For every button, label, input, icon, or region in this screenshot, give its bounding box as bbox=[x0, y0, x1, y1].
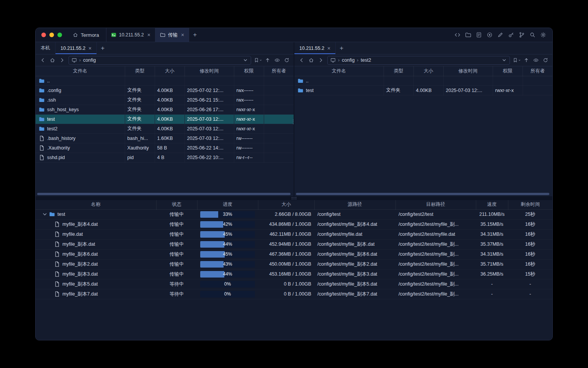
left-breadcrumb[interactable]: › config bbox=[69, 56, 251, 65]
key-button[interactable] bbox=[506, 30, 516, 39]
transfer-row[interactable]: myfile_副本2.dat传输中43%450.00MB / 1.00GB/co… bbox=[36, 259, 552, 269]
show-hidden-button[interactable] bbox=[272, 56, 282, 65]
folder-button[interactable] bbox=[464, 30, 473, 39]
file-size-cell: 4 B bbox=[155, 153, 185, 162]
chevron-down-icon[interactable] bbox=[243, 58, 248, 63]
file-row[interactable]: .ssh文件夹4.00KB2025-06-21 15:...rwx------ bbox=[36, 95, 294, 105]
titlebar-tab-host[interactable]: 10.211.55.2 × bbox=[106, 28, 155, 42]
breadcrumb-segment[interactable]: config bbox=[342, 58, 354, 63]
key-icon bbox=[508, 32, 514, 38]
col-eta[interactable]: 剩余时间 bbox=[508, 200, 552, 209]
log-button[interactable] bbox=[474, 30, 483, 39]
col-speed[interactable]: 速度 bbox=[476, 200, 508, 209]
transfer-icon bbox=[160, 32, 165, 38]
col-owner[interactable]: 所有者 bbox=[523, 66, 552, 76]
transfer-progress-cell: 0% bbox=[197, 279, 258, 289]
file-row[interactable]: test文件夹4.00KB2025-07-03 12:...rwxr-xr-x bbox=[294, 85, 552, 95]
col-mtime[interactable]: 修改时间 bbox=[443, 66, 493, 76]
left-new-tab-button[interactable]: + bbox=[97, 42, 108, 54]
tab-remote-host[interactable]: 10.211.55.2 × bbox=[56, 42, 97, 54]
home-button[interactable] bbox=[47, 56, 57, 65]
col-type[interactable]: 类型 bbox=[384, 66, 413, 76]
col-size[interactable]: 大小 bbox=[413, 66, 443, 76]
col-filename[interactable]: 文件名 bbox=[36, 66, 125, 76]
app-home-button[interactable]: Termora bbox=[69, 28, 106, 42]
upload-button[interactable] bbox=[521, 56, 531, 65]
forward-button[interactable] bbox=[57, 56, 67, 65]
bookmark-button[interactable] bbox=[253, 56, 263, 65]
file-row[interactable]: ssh_host_keys文件夹4.00KB2025-06-26 17:...r… bbox=[36, 105, 294, 114]
col-source-path[interactable]: 源路径 bbox=[314, 200, 395, 209]
chevron-down-icon[interactable] bbox=[42, 211, 48, 217]
file-row[interactable]: .config文件夹4.00KB2025-07-02 12:...rwx----… bbox=[36, 85, 294, 95]
file-row[interactable]: sshd.pidpid4 B2025-06-22 10:...rw-r--r-- bbox=[36, 153, 294, 162]
horizontal-splitter[interactable] bbox=[36, 196, 552, 200]
transfer-source-cell: /config/test/myfile_副本5.dat bbox=[314, 279, 395, 289]
titlebar-tab-transfer[interactable]: 传输 × bbox=[155, 28, 189, 42]
bookmark-button[interactable] bbox=[512, 56, 521, 65]
file-row[interactable]: .bash_historybash_hi...1.60KB2025-07-03 … bbox=[36, 133, 294, 143]
left-horizontal-scrollbar[interactable] bbox=[37, 193, 291, 195]
transfer-row[interactable]: myfile_副本6.dat传输中45%467.36MB / 1.00GB/co… bbox=[36, 249, 552, 259]
breadcrumb-segment[interactable]: config bbox=[83, 58, 96, 63]
breadcrumb-segment[interactable]: test2 bbox=[361, 58, 371, 63]
zoom-window-button[interactable] bbox=[57, 33, 62, 37]
transfer-row[interactable]: myfile_副本.dat传输中44%452.94MB / 1.00GB/con… bbox=[36, 239, 552, 249]
record-button[interactable] bbox=[485, 30, 494, 39]
edit-button[interactable] bbox=[496, 30, 505, 39]
search-button[interactable] bbox=[528, 30, 537, 39]
transfer-row[interactable]: myfile.dat传输中45%462.11MB / 1.00GB/config… bbox=[36, 229, 552, 239]
close-icon[interactable]: × bbox=[88, 46, 91, 51]
close-window-button[interactable] bbox=[41, 33, 46, 37]
file-row[interactable]: .XauthorityXauthority58 B2025-06-22 14:.… bbox=[36, 143, 294, 153]
close-icon[interactable]: × bbox=[327, 46, 330, 51]
file-row[interactable]: test文件夹4.00KB2025-07-03 12:...rwxr-xr-x bbox=[36, 114, 294, 124]
minimize-window-button[interactable] bbox=[49, 33, 54, 37]
right-new-tab-button[interactable]: + bbox=[336, 42, 347, 54]
branch-button[interactable] bbox=[517, 30, 526, 39]
upload-button[interactable] bbox=[263, 56, 272, 65]
back-button[interactable] bbox=[38, 56, 47, 65]
tab-remote-host[interactable]: 10.211.55.2 × bbox=[294, 42, 336, 54]
code-button[interactable] bbox=[453, 30, 462, 39]
transfer-source-cell: /config/test bbox=[314, 209, 395, 219]
file-row[interactable]: .. bbox=[36, 76, 294, 85]
transfer-row[interactable]: test传输中33%2.66GB / 8.00GB/config/test/co… bbox=[36, 209, 552, 219]
home-button[interactable] bbox=[306, 56, 316, 65]
refresh-button[interactable] bbox=[541, 56, 550, 65]
new-titlebar-tab-button[interactable]: + bbox=[189, 28, 201, 42]
file-row[interactable]: test2文件夹4.00KB2025-07-03 12:...rwxr-xr-x bbox=[36, 124, 294, 133]
chevron-down-icon[interactable] bbox=[501, 58, 507, 63]
close-icon[interactable]: × bbox=[181, 32, 184, 38]
col-type[interactable]: 类型 bbox=[125, 66, 155, 76]
transfer-progress-cell: 45% bbox=[197, 249, 258, 259]
col-perm[interactable]: 权限 bbox=[493, 66, 523, 76]
settings-button[interactable] bbox=[539, 30, 548, 39]
tab-label: 传输 bbox=[168, 32, 178, 38]
right-breadcrumb[interactable]: › config › test2 bbox=[327, 56, 510, 65]
close-icon[interactable]: × bbox=[147, 32, 150, 38]
col-owner[interactable]: 所有者 bbox=[264, 66, 294, 76]
file-icon bbox=[54, 251, 60, 257]
right-horizontal-scrollbar[interactable] bbox=[296, 193, 549, 195]
back-button[interactable] bbox=[297, 56, 306, 65]
transfer-row[interactable]: myfile_副本5.dat等待中0%0 B / 1.00GB/config/t… bbox=[36, 279, 552, 289]
col-perm[interactable]: 权限 bbox=[234, 66, 264, 76]
transfer-row[interactable]: myfile_副本3.dat传输中44%453.16MB / 1.00GB/co… bbox=[36, 269, 552, 279]
col-progress[interactable]: 进度 bbox=[197, 200, 258, 209]
col-mtime[interactable]: 修改时间 bbox=[185, 66, 234, 76]
show-hidden-button[interactable] bbox=[531, 56, 541, 65]
transfer-eta-cell: 16秒 bbox=[508, 229, 552, 239]
col-target-path[interactable]: 目标路径 bbox=[395, 200, 476, 209]
file-row[interactable]: .. bbox=[294, 76, 552, 85]
col-size[interactable]: 大小 bbox=[258, 200, 314, 209]
col-name[interactable]: 名称 bbox=[36, 200, 156, 209]
transfer-row[interactable]: myfile_副本7.dat等待中0%0 B / 1.00GB/config/t… bbox=[36, 289, 552, 299]
col-status[interactable]: 状态 bbox=[156, 200, 197, 209]
forward-button[interactable] bbox=[316, 56, 325, 65]
col-size[interactable]: 大小 bbox=[155, 66, 185, 76]
refresh-button[interactable] bbox=[282, 56, 291, 65]
tab-local[interactable]: 本机 bbox=[36, 42, 56, 54]
transfer-row[interactable]: myfile_副本4.dat传输中42%434.86MB / 1.00GB/co… bbox=[36, 219, 552, 229]
col-filename[interactable]: 文件名 bbox=[294, 66, 384, 76]
